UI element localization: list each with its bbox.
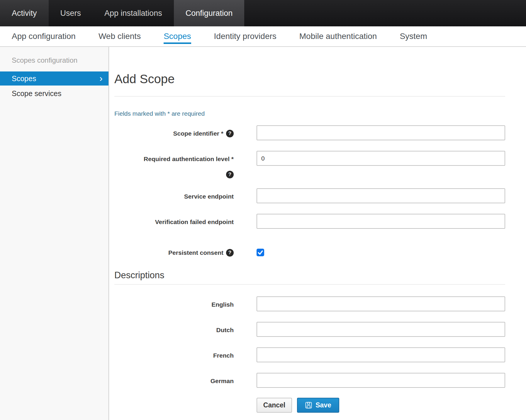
persistent-consent-row: Persistent consent? (114, 249, 505, 257)
verification-failed-endpoint-input[interactable] (257, 214, 505, 229)
required-auth-level-label-text: Required authentication level * (144, 156, 234, 162)
german-label-text: German (211, 378, 234, 384)
form-actions: Cancel Save (257, 398, 505, 413)
service-endpoint-label-text: Service endpoint (184, 193, 234, 200)
title-divider (114, 96, 505, 97)
page: Activity Users App installations Configu… (0, 0, 526, 420)
german-description-input[interactable] (257, 373, 505, 388)
verification-failed-endpoint-label: Verification failed endpoint (155, 218, 234, 225)
subnav-web-clients[interactable]: Web clients (99, 32, 141, 41)
checkmark-icon (257, 250, 263, 255)
dutch-description-input[interactable] (257, 322, 505, 337)
tab-activity[interactable]: Activity (0, 0, 49, 26)
verification-failed-endpoint-label-text: Verification failed endpoint (155, 218, 234, 225)
persistent-consent-label: Persistent consent? (168, 249, 234, 256)
scope-identifier-label: Scope identifier *? (173, 129, 234, 136)
tab-users[interactable]: Users (49, 0, 93, 26)
scopes-sidebar: Scopes configuration Scopes › Scope serv… (0, 47, 109, 420)
scope-identifier-label-text: Scope identifier * (173, 130, 223, 137)
required-auth-level-label: Required authentication level * (144, 155, 234, 162)
save-button[interactable]: Save (297, 398, 339, 413)
service-endpoint-input[interactable] (257, 188, 505, 203)
subnav-scopes-label: Scopes (164, 32, 191, 44)
subnav-mobile-authentication[interactable]: Mobile authentication (299, 32, 377, 41)
persistent-consent-label-text: Persistent consent (168, 249, 223, 256)
sidebar-header: Scopes configuration (0, 47, 108, 64)
top-navigation-bar: Activity Users App installations Configu… (0, 0, 526, 26)
save-button-label: Save (315, 401, 331, 409)
required-fields-note: Fields marked with * are required (114, 110, 505, 117)
tab-users-label: Users (60, 9, 81, 18)
dutch-label: Dutch (216, 326, 234, 333)
french-label: French (213, 351, 234, 358)
tab-app-installations-label: App installations (104, 9, 162, 18)
tab-app-installations[interactable]: App installations (93, 0, 174, 26)
sidebar-item-scopes-label: Scopes (12, 74, 36, 83)
tab-configuration[interactable]: Configuration (174, 0, 245, 26)
tab-activity-label: Activity (12, 9, 37, 18)
german-label: German (211, 377, 234, 384)
description-row-english: English (114, 296, 505, 312)
service-endpoint-label: Service endpoint (184, 192, 234, 199)
subnav-scopes[interactable]: Scopes (164, 32, 191, 41)
subnav-web-clients-label: Web clients (99, 32, 141, 41)
english-description-input[interactable] (257, 296, 505, 311)
subnav-identity-providers-label: Identity providers (214, 32, 276, 41)
chevron-right-icon: › (99, 71, 103, 85)
english-label-text: English (211, 301, 234, 308)
sidebar-item-scope-services-label: Scope services (12, 89, 62, 98)
descriptions-divider (114, 284, 505, 285)
subnav-mobile-authentication-label: Mobile authentication (299, 32, 377, 41)
french-label-text: French (213, 352, 234, 359)
sidebar-item-scope-services[interactable]: Scope services (0, 86, 108, 101)
service-endpoint-row: Service endpoint (114, 188, 505, 204)
subnav-system[interactable]: System (400, 32, 427, 41)
english-label: English (211, 301, 234, 307)
page-title: Add Scope (114, 73, 505, 86)
verification-failed-endpoint-row: Verification failed endpoint (114, 214, 505, 229)
help-icon[interactable]: ? (226, 171, 234, 178)
tab-configuration-label: Configuration (186, 9, 233, 18)
scope-identifier-row: Scope identifier *? (114, 125, 505, 141)
description-row-french: French (114, 347, 505, 363)
subnav-app-configuration[interactable]: App configuration (12, 32, 76, 41)
subnav-system-label: System (400, 32, 427, 41)
required-auth-level-row: Required authentication level * ? (114, 151, 505, 178)
scope-identifier-input[interactable] (257, 125, 505, 140)
cancel-button-label: Cancel (263, 401, 285, 409)
french-description-input[interactable] (257, 347, 505, 362)
subnav-app-configuration-label: App configuration (12, 32, 76, 41)
dutch-label-text: Dutch (216, 327, 234, 333)
sidebar-item-scopes[interactable]: Scopes › (0, 71, 108, 86)
descriptions-section-title: Descriptions (114, 270, 505, 281)
configuration-subnav: App configuration Web clients Scopes Ide… (0, 26, 526, 47)
subnav-identity-providers[interactable]: Identity providers (214, 32, 276, 41)
required-auth-level-input[interactable] (257, 151, 505, 166)
description-row-german: German (114, 373, 505, 388)
main-content: Add Scope Fields marked with * are requi… (109, 47, 526, 420)
persistent-consent-checkbox[interactable] (257, 249, 264, 256)
cancel-button[interactable]: Cancel (257, 398, 292, 413)
description-row-dutch: Dutch (114, 322, 505, 337)
help-icon[interactable]: ? (226, 130, 234, 137)
floppy-disk-icon (305, 402, 312, 409)
help-icon[interactable]: ? (226, 249, 234, 257)
